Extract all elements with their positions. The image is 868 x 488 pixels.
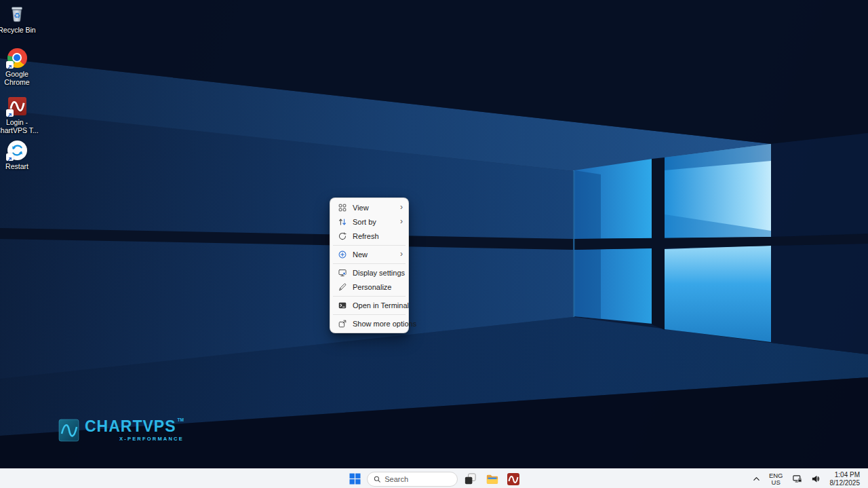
chartvps-login-icon [6,95,28,117]
chartvps-app-icon [507,472,520,486]
shortcut-arrow-icon [6,61,14,69]
submenu-chevron-icon: › [400,250,403,259]
search-icon [374,475,380,483]
sort-arrows-icon [337,217,348,227]
menu-item-open-in-terminal[interactable]: Open in Terminal [333,298,406,312]
watermark-brand-text: CHARTVPS [85,418,176,434]
file-explorer-icon [485,472,499,486]
desktop-icon-google-chrome[interactable]: Google Chrome [0,47,39,86]
taskbar-search-box[interactable] [367,472,458,487]
chartvps-watermark: CHARTVPS TM X-PERFORMANCE [58,418,184,445]
task-view-button[interactable] [460,470,479,488]
tray-clock[interactable]: 1:04 PM 8/12/2025 [829,471,862,487]
desktop-icon-label: Login - ChartVPS T... [0,118,39,134]
desktop-icon-label: Google Chrome [0,70,39,86]
chartvps-app-button[interactable] [504,470,523,488]
chartvps-logo-icon [58,418,79,445]
menu-separator [333,245,406,246]
grid-icon [337,202,348,213]
menu-item-show-more-options[interactable]: Show more options [333,316,406,331]
menu-separator [333,314,406,315]
svg-text:♻: ♻ [14,12,20,20]
menu-item-refresh[interactable]: Refresh [333,229,406,243]
tray-volume-button[interactable] [810,471,823,487]
show-more-icon [337,318,348,329]
desktop-icon-recycle-bin[interactable]: ♻ Recycle Bin [0,3,39,34]
tray-network-button[interactable] [791,471,804,487]
recycle-bin-icon: ♻ [6,3,28,24]
menu-separator [333,296,406,297]
menu-separator [333,263,406,264]
submenu-chevron-icon: › [400,218,403,226]
menu-item-new[interactable]: New › [333,247,406,261]
wallpaper-art [0,0,868,468]
watermark-tagline: X-PERFORMANCE [85,436,184,442]
plus-circle-icon [337,249,348,260]
windows-logo-icon [349,473,361,485]
desktop-context-menu: View › Sort by › Refresh [330,198,409,333]
task-view-icon [463,472,477,486]
watermark-trademark: TM [178,417,184,422]
desktop-background[interactable] [0,0,868,468]
chevron-up-icon [753,475,760,483]
personalize-brush-icon [337,282,348,293]
terminal-icon [337,300,348,311]
desktop-icon-login-chartvps[interactable]: Login - ChartVPS T... [0,95,39,134]
menu-item-display-settings[interactable]: Display settings [333,265,406,280]
refresh-icon [337,231,348,242]
menu-item-personalize[interactable]: Personalize [333,280,406,294]
search-input[interactable] [384,475,451,483]
tray-time: 1:04 PM [835,471,860,478]
restart-icon [6,139,28,161]
start-button[interactable] [345,470,364,488]
display-icon [337,267,348,278]
tray-date: 8/12/2025 [830,479,861,487]
tray-language-indicator[interactable]: ENG US [768,471,785,487]
shortcut-arrow-icon [6,109,14,117]
desktop-icon-restart[interactable]: Restart [0,139,39,170]
network-ethernet-icon [792,474,802,484]
submenu-chevron-icon: › [400,204,403,212]
menu-item-view[interactable]: View › [333,200,406,214]
tray-show-hidden-icons-button[interactable] [751,471,762,487]
desktop-icon-label: Recycle Bin [0,26,39,34]
screen: ♻ Recycle Bin Google Chrome [0,0,868,488]
shortcut-arrow-icon [6,153,14,161]
menu-item-sort-by[interactable]: Sort by › [333,214,406,229]
taskbar: ENG US 1:04 PM [0,468,868,488]
speaker-icon [811,474,821,484]
file-explorer-button[interactable] [482,470,501,488]
desktop-icon-label: Restart [0,162,39,170]
chrome-icon [6,47,28,69]
